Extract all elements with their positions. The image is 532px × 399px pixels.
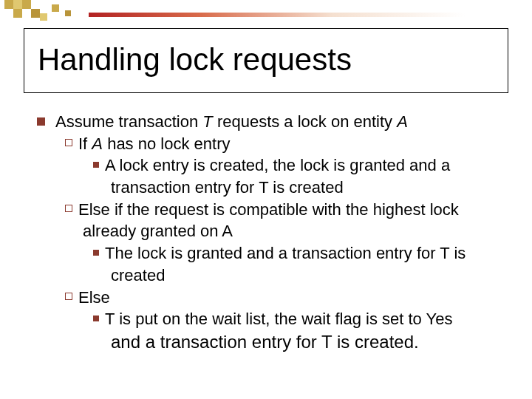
bullet-square-icon bbox=[37, 117, 45, 126]
bullet-text: The lock is granted and a transaction en… bbox=[105, 242, 466, 265]
bullet-text: Else bbox=[78, 287, 110, 309]
bullet-square-icon bbox=[93, 250, 99, 256]
bullet-level2: If A has no lock entry bbox=[65, 133, 502, 155]
slide-content: Assume transaction T requests a lock on … bbox=[37, 111, 502, 354]
bullet-text-final: and a transaction entry for T is created… bbox=[111, 330, 502, 354]
bullet-text: A lock entry is created, the lock is gra… bbox=[105, 154, 450, 177]
slide-title: Handling lock requests bbox=[38, 42, 494, 78]
bullet-text: T is put on the wait list, the wait flag… bbox=[105, 308, 452, 330]
bullet-text-cont: already granted on A bbox=[83, 220, 502, 242]
bullet-text: If A has no lock entry bbox=[78, 133, 230, 155]
title-box: Handling lock requests bbox=[24, 28, 508, 93]
bullet-text: Assume transaction T requests a lock on … bbox=[55, 111, 408, 133]
decorative-header bbox=[0, 0, 532, 22]
bullet-square-icon bbox=[93, 316, 99, 321]
bullet-outline-icon bbox=[65, 205, 72, 212]
bullet-outline-icon bbox=[65, 139, 72, 146]
bullet-level3: T is put on the wait list, the wait flag… bbox=[93, 308, 502, 330]
bullet-text-cont: created bbox=[111, 265, 502, 287]
bullet-level1: Assume transaction T requests a lock on … bbox=[37, 111, 502, 133]
bullet-square-icon bbox=[93, 162, 99, 168]
bullet-level2: Else bbox=[65, 287, 502, 309]
bullet-level2: Else if the request is compatible with t… bbox=[65, 199, 502, 221]
bullet-outline-icon bbox=[65, 293, 72, 300]
bullet-text: Else if the request is compatible with t… bbox=[78, 199, 459, 221]
bullet-level3: A lock entry is created, the lock is gra… bbox=[93, 154, 502, 177]
bullet-level3: The lock is granted and a transaction en… bbox=[93, 242, 502, 265]
bullet-text-cont: transaction entry for T is created bbox=[111, 177, 502, 199]
